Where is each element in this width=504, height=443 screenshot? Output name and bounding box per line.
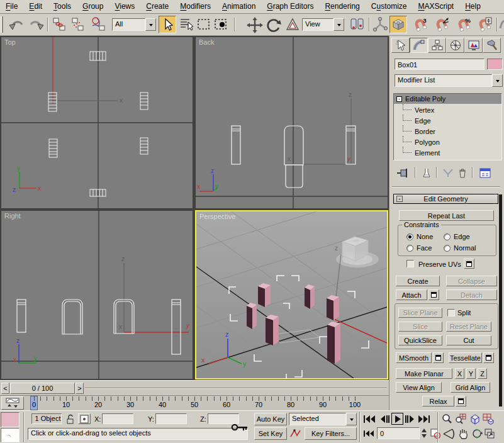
current-frame-field[interactable] [377, 427, 420, 439]
attach-settings-button[interactable] [428, 289, 439, 300]
spinner-snap-toggle-icon[interactable] [476, 17, 493, 33]
key-mode-toggle[interactable] [362, 428, 375, 439]
relax-button[interactable]: Relax [422, 396, 454, 407]
next-frame-button[interactable] [405, 413, 416, 425]
viewport-back[interactable]: Back z x y z x [195, 36, 388, 209]
constraint-none-label[interactable]: None [417, 233, 433, 240]
slice-button[interactable]: Slice [398, 322, 442, 332]
make-planar-y-button[interactable]: Y [466, 368, 476, 379]
undo-icon[interactable] [9, 17, 25, 32]
redo-icon[interactable] [28, 17, 44, 32]
select-object-button[interactable] [159, 16, 176, 33]
viewport-perspective[interactable]: Perspective z [195, 210, 388, 379]
trackbar-ruler[interactable]: 0102030405060708090100 [29, 396, 369, 411]
select-and-move-icon[interactable] [247, 17, 263, 33]
play-button[interactable] [391, 413, 403, 425]
quickslice-button[interactable]: QuickSlice [398, 335, 442, 345]
create-button[interactable]: Create [396, 276, 440, 286]
collapse-minus-icon[interactable]: - [396, 96, 402, 102]
configure-modifier-sets-button[interactable] [478, 167, 492, 179]
menu-item-modifiers[interactable]: Modifiers [174, 0, 216, 14]
stack-item-vertex[interactable]: Vertex [394, 104, 501, 115]
collapse-button[interactable]: Collapse [446, 276, 497, 286]
zoom-extents-all-button[interactable] [482, 413, 495, 425]
right-viewport-canvas[interactable]: z x y z x y [1, 211, 193, 379]
snap-3d-icon[interactable]: 3 [412, 17, 428, 33]
make-planar-button[interactable]: Make Planar [396, 368, 452, 379]
set-key-button[interactable]: Set Key [254, 427, 287, 440]
reference-coordinate-dropdown-arrow[interactable] [333, 18, 344, 31]
top-viewport-canvas[interactable]: x y x z [1, 37, 193, 209]
show-end-result-button[interactable] [421, 167, 432, 179]
constraint-edge-label[interactable]: Edge [454, 233, 470, 240]
default-tangent-button[interactable] [289, 427, 303, 440]
msmooth-button[interactable]: MSmooth [396, 352, 432, 363]
menu-item-tools[interactable]: Tools [48, 0, 77, 14]
detach-button[interactable]: Detach [446, 289, 497, 300]
go-to-start-button[interactable] [362, 413, 376, 425]
bind-to-space-warp-icon[interactable] [91, 17, 107, 32]
menu-item-edit[interactable]: Edit [23, 0, 48, 14]
cut-button[interactable]: Cut [446, 335, 491, 345]
viewport-perspective-label[interactable]: Perspective [199, 213, 235, 220]
preserve-uvs-label[interactable]: Preserve UVs [418, 261, 461, 268]
stack-item-editable-poly[interactable]: - Editable Poly [394, 94, 501, 104]
perspective-viewport-canvas[interactable]: z z [196, 211, 387, 378]
stack-item-border[interactable]: Border [394, 125, 501, 136]
back-viewport-canvas[interactable]: z x y z x y [196, 37, 388, 209]
make-unique-button[interactable] [442, 167, 454, 179]
edit-geometry-rollout-header[interactable]: - Edit Geometry [393, 194, 498, 204]
next-frame-slider-button[interactable]: > [76, 383, 84, 394]
select-and-manipulate-icon[interactable] [372, 17, 388, 33]
go-to-end-button[interactable] [417, 413, 431, 425]
pin-stack-button[interactable] [395, 167, 410, 179]
viewport-top[interactable]: Top x y x [1, 36, 193, 209]
snaps-toggle-button[interactable] [389, 16, 407, 33]
selection-filter-dropdown-arrow[interactable] [145, 18, 156, 31]
zoom-button[interactable] [440, 413, 453, 425]
viewport-right-label[interactable]: Right [4, 212, 21, 220]
rectangular-selection-region-icon[interactable] [196, 17, 211, 32]
window-crossing-toggle-icon[interactable] [213, 17, 228, 32]
keyboard-shortcut-override-toggle[interactable] [230, 419, 249, 435]
clipped-tool-icon[interactable] [499, 17, 504, 32]
split-label[interactable]: Split [457, 309, 471, 317]
key-filter-mode-combo[interactable]: Selected [289, 413, 357, 425]
stack-item-element[interactable]: Element [394, 147, 501, 157]
tab-modify[interactable] [410, 38, 428, 53]
reset-plane-button[interactable]: Reset Plane [446, 322, 491, 332]
menu-item-rendering[interactable]: Rendering [319, 0, 365, 14]
time-configuration-button[interactable] [430, 428, 441, 439]
color-swatch-pink[interactable] [1, 412, 20, 427]
time-slider-track[interactable] [85, 388, 387, 389]
time-slider-handle[interactable]: 0 / 100 [10, 383, 75, 394]
menu-item-file[interactable]: File [0, 0, 23, 14]
selection-lock-toggle[interactable] [64, 413, 77, 424]
stack-item-polygon[interactable]: Polygon [394, 136, 501, 147]
remove-modifier-button[interactable] [456, 167, 469, 179]
menu-item-group[interactable]: Group [77, 0, 109, 14]
preserve-uvs-settings-button[interactable] [464, 259, 474, 269]
y-coordinate-field[interactable] [155, 413, 187, 424]
select-by-name-icon[interactable] [179, 17, 195, 32]
angle-snap-toggle-icon[interactable] [434, 17, 450, 33]
previous-frame-slider-button[interactable]: < [1, 383, 9, 394]
previous-frame-button[interactable] [379, 413, 390, 425]
panel-scrollbar[interactable] [499, 194, 502, 407]
zoom-all-button[interactable] [454, 413, 467, 425]
reference-coordinate-combo[interactable]: View [302, 18, 344, 31]
repeat-last-button[interactable]: Repeat Last [399, 210, 494, 221]
select-and-rotate-icon[interactable] [266, 17, 281, 33]
key-filters-button[interactable]: Key Filters... [305, 427, 357, 440]
zoom-extents-button[interactable] [468, 413, 481, 425]
key-filter-dropdown-arrow[interactable] [346, 413, 357, 425]
unlink-selection-icon[interactable] [70, 17, 86, 32]
menu-item-customize[interactable]: Customize [366, 0, 413, 14]
modifier-list-combo[interactable]: Modifier List [395, 74, 503, 87]
constraint-face-radio[interactable] [406, 245, 413, 252]
constraint-edge-radio[interactable] [444, 233, 451, 240]
color-swatch-white[interactable] [1, 428, 20, 442]
rollout-collapse-icon[interactable]: - [396, 196, 403, 202]
relax-settings-button[interactable] [456, 396, 466, 407]
tab-motion[interactable] [446, 38, 464, 53]
